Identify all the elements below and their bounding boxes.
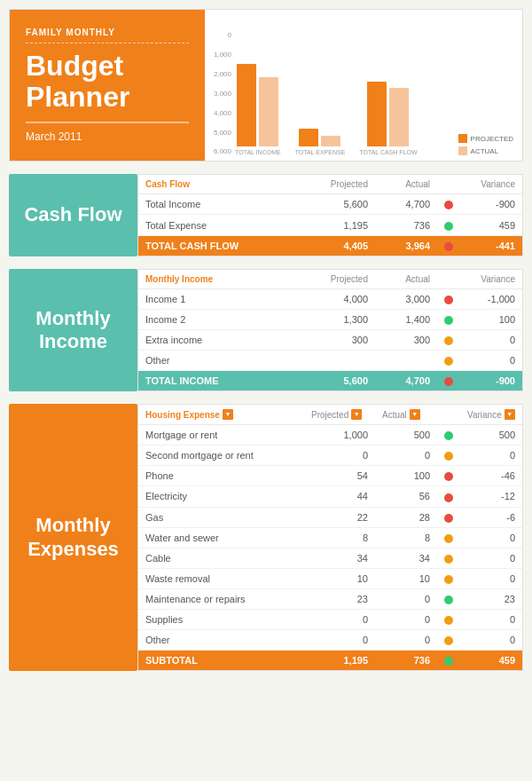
- chart-area: 6,000 5,000 4,000 3,000 2,000 1,000 0: [214, 20, 513, 155]
- cf-col-variance: Variance: [460, 175, 522, 194]
- me-row-projected: 1,000: [304, 425, 375, 446]
- mi-row2-label: Income 2: [138, 309, 304, 329]
- me-row-dot: [437, 588, 460, 609]
- me-row-dot: [437, 507, 460, 527]
- status-dot-red: [444, 514, 453, 523]
- cf-col-name: Cash Flow: [138, 175, 304, 194]
- y-label: 4,000: [214, 109, 231, 117]
- status-dot-green: [444, 222, 453, 231]
- me-row-label: Phone: [138, 466, 304, 486]
- table-row: Phone 54 100 -46: [138, 466, 522, 486]
- cf-row2-actual: 736: [375, 215, 437, 235]
- me-row-variance: 0: [460, 446, 522, 466]
- me-row-variance: -46: [460, 466, 522, 486]
- mi-col-dot: [437, 270, 460, 289]
- dropdown-arrow-icon[interactable]: ▼: [223, 409, 233, 420]
- mi-row1-actual: 3,000: [375, 288, 437, 309]
- legend-projected-label: PROJECTED: [471, 135, 513, 143]
- cash-flow-section: Cash Flow Cash Flow Projected Actual Var…: [9, 174, 523, 256]
- monthly-expenses-table: Housing Expense ▼ Projected ▼: [138, 405, 522, 670]
- status-dot-red: [444, 472, 453, 481]
- dropdown-arrow-icon[interactable]: ▼: [505, 409, 515, 420]
- mi-row4-actual: [375, 350, 437, 370]
- cf-row2-variance: 459: [460, 215, 522, 235]
- monthly-expenses-total-row: SUBTOTAL 1,195 736 459: [138, 651, 522, 671]
- mi-label-line2: Income: [39, 330, 107, 352]
- cash-flow-label-text: Cash Flow: [24, 203, 121, 226]
- me-total-label: SUBTOTAL: [138, 651, 304, 671]
- y-axis: 6,000 5,000 4,000 3,000 2,000 1,000 0: [214, 31, 231, 155]
- me-row-label: Cable: [138, 548, 304, 568]
- status-dot-orange: [444, 575, 453, 584]
- variance-dropdown[interactable]: Variance ▼: [467, 409, 515, 420]
- actual-dropdown[interactable]: Actual ▼: [382, 409, 430, 420]
- legend-color-actual: [458, 146, 467, 155]
- mi-row1-dot: [437, 288, 460, 309]
- me-row-variance: 0: [460, 630, 522, 651]
- me-row-label: Maintenance or repairs: [138, 588, 304, 609]
- table-row: Mortgage or rent 1,000 500 500: [138, 425, 522, 446]
- bar-label-income: TOTAL INCOME: [235, 149, 281, 155]
- me-row-projected: 10: [304, 568, 375, 588]
- mi-row4-dot: [437, 350, 460, 370]
- cf-row1-variance: -900: [460, 194, 522, 215]
- cf-row2-dot: [437, 215, 460, 235]
- me-row-projected: 0: [304, 446, 375, 466]
- legend-color-projected: [458, 134, 467, 143]
- mi-col-actual: Actual: [375, 270, 437, 289]
- status-dot-red: [444, 377, 453, 386]
- me-row-projected: 0: [304, 630, 375, 651]
- me-row-dot: [437, 527, 460, 548]
- me-row-dot: [437, 548, 460, 568]
- mi-col-projected: Projected: [304, 270, 375, 289]
- status-dot-red: [444, 201, 453, 209]
- status-dot-red: [444, 242, 453, 251]
- cash-flow-table: Cash Flow Projected Actual Variance Tota…: [138, 175, 522, 255]
- table-row: Other 0 0 0: [138, 630, 522, 651]
- me-row-variance: -12: [460, 486, 522, 507]
- bar-group-expense: [299, 22, 340, 146]
- me-col-actual-text: Actual: [382, 410, 407, 420]
- cash-flow-table-wrapper: Cash Flow Projected Actual Variance Tota…: [137, 174, 523, 256]
- table-row: Income 2 1,300 1,400 100: [138, 309, 522, 329]
- status-dot-orange: [444, 555, 453, 564]
- title-line2: Planner: [26, 81, 129, 113]
- mi-row3-label: Extra income: [138, 329, 304, 350]
- mi-total-actual: 4,700: [375, 371, 437, 391]
- bar-cashflow-actual: [389, 88, 409, 146]
- header-left: FAMILY MONTHLY Budget Planner March 2011: [10, 10, 205, 161]
- cf-total-label: TOTAL CASH FLOW: [138, 235, 304, 256]
- me-row-actual: 8: [375, 527, 437, 548]
- mi-row1-variance: -1,000: [460, 288, 522, 309]
- bar-label-cashflow: TOTAL CASH FLOW: [359, 149, 417, 155]
- legend-projected: PROJECTED: [458, 134, 513, 143]
- dropdown-arrow-icon[interactable]: ▼: [351, 409, 362, 420]
- housing-expense-dropdown[interactable]: Housing Expense ▼: [145, 409, 297, 420]
- main-container: FAMILY MONTHLY Budget Planner March 2011…: [9, 9, 523, 671]
- me-row-dot: [437, 609, 460, 629]
- me-row-dot: [437, 486, 460, 507]
- me-row-label: Supplies: [138, 609, 304, 629]
- mi-header-row: Monthly Income Projected Actual Variance: [138, 270, 522, 289]
- table-row: Water and sewer 8 8 0: [138, 527, 522, 548]
- status-dot-red: [444, 493, 453, 502]
- projected-dropdown[interactable]: Projected ▼: [311, 409, 368, 420]
- mi-row2-projected: 1,300: [304, 309, 375, 329]
- bar-expense-actual: [321, 136, 340, 146]
- bar-group-income: [237, 22, 278, 146]
- month-label: March 2011: [26, 130, 189, 143]
- mi-total-dot: [437, 371, 460, 391]
- monthly-income-total-row: TOTAL INCOME 5,600 4,700 -900: [138, 371, 522, 391]
- cf-row1-label: Total Income: [138, 194, 304, 215]
- mi-total-variance: -900: [460, 371, 522, 391]
- me-row-label: Waste removal: [138, 568, 304, 588]
- y-label: 3,000: [214, 90, 231, 98]
- dropdown-arrow-icon[interactable]: ▼: [410, 409, 420, 420]
- me-row-label: Other: [138, 630, 304, 651]
- mi-row2-dot: [437, 309, 460, 329]
- me-label-line1: Monthly: [35, 514, 110, 536]
- status-dot-green: [444, 657, 453, 666]
- me-row-variance: 0: [460, 568, 522, 588]
- status-dot-green: [444, 596, 453, 604]
- monthly-income-label-text: Monthly Income: [35, 307, 110, 354]
